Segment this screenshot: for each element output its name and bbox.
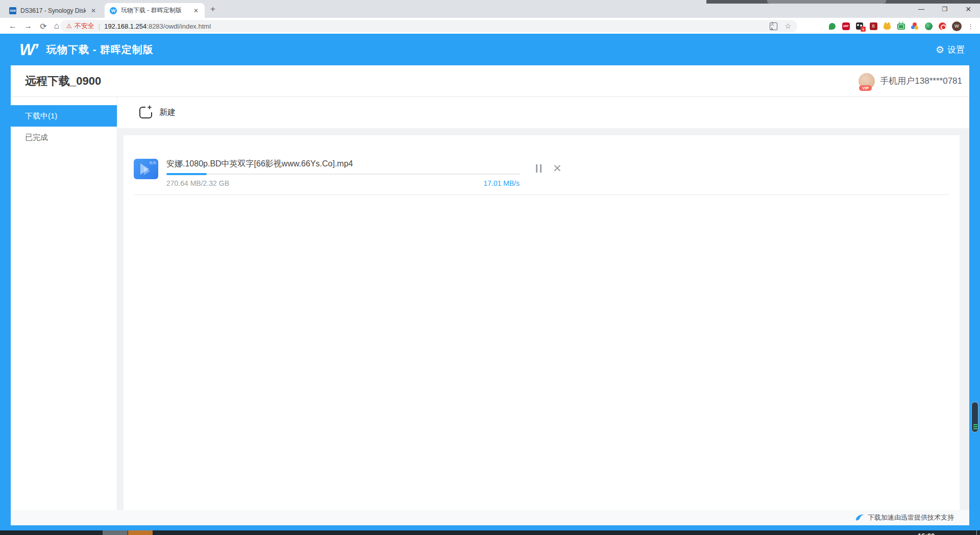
address-separator: | [99,22,100,30]
new-task-button[interactable]: 新建 [159,107,176,118]
sidebar: 下载中(1) 已完成 [11,97,117,510]
menu-kebab-icon[interactable]: ⋮ [967,25,974,28]
colored-dots-extension-icon[interactable] [911,22,919,30]
tampermonkey-extension-icon[interactable]: 4 [855,22,864,30]
tab-title: DS3617 - Synology DiskStation [20,7,86,14]
user-account[interactable]: VIP 手机用户138****0781 [859,73,962,89]
download-details: 安娜.1080p.BD中英双字[66影视www.66Ys.Co].mp4 270… [166,159,520,187]
download-list-background: 视频 安娜.1080p.BD中英双字[66影视www.66Ys.Co].mp4 [117,128,969,510]
app-title: 玩物下载 - 群晖定制版 [46,43,154,57]
forward-button[interactable]: → [21,19,35,33]
red-square-extension-icon[interactable]: 8 [869,22,877,30]
extension-badge: 4 [861,27,866,32]
adblock-plus-extension-icon[interactable]: ABP [842,22,850,30]
reload-button[interactable]: ⟳ [37,19,50,33]
tab-close-icon[interactable]: ✕ [90,7,97,14]
main-area: + 新建 视频 安娜.1080p.BD中英双字[66影视www.66Ys.Co]… [117,97,969,510]
video-tag-label: 视频 [149,160,156,165]
wanwu-favicon-icon: W [110,7,117,14]
user-avatar: VIP [859,73,875,89]
progress-bar [166,173,520,175]
new-task-row: + 新建 [117,97,969,128]
taskbar-app-button[interactable] [128,530,153,535]
tab-close-icon[interactable]: ✕ [192,7,200,14]
browser-tab-strip: DSM DS3617 - Synology DiskStation ✕ W 玩物… [0,0,980,18]
url-host[interactable]: 192.168.1.254 [104,22,146,30]
gear-icon: ⚙ [936,44,944,56]
cat-extension-icon[interactable] [883,22,891,30]
background-window-pill [767,0,886,4]
extensions-row: ABP 4 8 W ⋮ [828,19,974,33]
file-size: 270.64 MB/2.32 GB [166,179,229,187]
browser-toolbar: ← → ⟳ ⌂ ⚠ 不安全 | 192.168.1.254 :8283/owdl… [0,18,980,34]
settings-button[interactable]: ⚙ 设置 [936,44,965,56]
minimize-button[interactable]: — [910,6,933,13]
settings-label: 设置 [947,44,965,56]
video-file-icon: 视频 [134,159,158,179]
sidebar-item-completed[interactable]: 已完成 [11,127,117,148]
bookmark-star-icon[interactable]: ☆ [785,22,791,30]
restore-button[interactable]: ❐ [933,6,957,13]
download-list-card: 视频 安娜.1080p.BD中英双字[66影视www.66Ys.Co].mp4 [124,135,960,510]
download-actions: ✕ [536,163,562,187]
windows-taskbar: 16:00 [0,530,980,535]
tab-title: 玩物下载 - 群晖定制版 [121,6,188,15]
file-name: 安娜.1080p.BD中英双字[66影视www.66Ys.Co].mp4 [166,159,520,169]
download-speed: 17.01 MB/s [483,179,520,187]
security-warning-icon: ⚠ [66,22,72,30]
taskbar-clock: 16:00 [918,532,935,535]
sidebar-item-downloading[interactable]: 下载中(1) [11,105,117,127]
taskbar-separator [976,530,977,535]
translate-icon[interactable]: 文A [770,22,777,30]
cancel-button[interactable]: ✕ [553,163,562,174]
tab-synology[interactable]: DSM DS3617 - Synology DiskStation ✕ [4,3,102,18]
page-footer: 下载加速由迅雷提供技术支持 [11,510,969,525]
download-item[interactable]: 视频 安娜.1080p.BD中英双字[66影视www.66Ys.Co].mp4 [134,151,949,195]
security-label[interactable]: 不安全 [75,21,94,31]
tab-wanwu-download[interactable]: W 玩物下载 - 群晖定制版 ✕ [105,3,205,18]
page-body: 下载中(1) 已完成 + 新建 视频 [11,97,969,510]
tv-extension-icon[interactable] [897,22,905,30]
back-button[interactable]: ← [6,19,19,33]
page-header: 远程下载_0900 VIP 手机用户138****0781 [11,65,969,97]
xunlei-bird-icon [855,514,864,522]
page-container: 远程下载_0900 VIP 手机用户138****0781 下载中(1) 已完成… [11,65,969,525]
screen: DSM DS3617 - Synology DiskStation ✕ W 玩物… [0,0,980,535]
progress-track [166,174,520,175]
new-task-icon: + [139,107,152,118]
new-tab-button[interactable]: + [210,4,215,14]
pause-button[interactable] [536,163,542,173]
taskbar-app-button[interactable] [103,530,128,535]
user-name: 手机用户138****0781 [880,75,962,87]
address-bar[interactable]: ⚠ 不安全 | 192.168.1.254 :8283/owdl/index.h… [60,20,797,32]
vip-badge: VIP [859,85,872,91]
profile-avatar[interactable]: W [952,21,962,31]
progress-fill [166,173,207,175]
globe-extension-icon[interactable] [924,22,933,30]
app-header: W’ 玩物下载 - 群晖定制版 ⚙ 设置 [0,34,980,65]
window-controls: — ❐ ✕ [910,0,980,18]
url-path[interactable]: :8283/owdl/index.html [146,22,211,30]
page-title: 远程下载_0900 [25,74,101,89]
wanwu-logo-icon: W’ [19,42,37,57]
red-ring-extension-icon[interactable] [938,22,946,30]
close-button[interactable]: ✕ [957,5,980,13]
green-balloon-extension-icon[interactable] [828,22,836,30]
dsm-favicon-icon: DSM [9,7,16,14]
footer-text: 下载加速由迅雷提供技术支持 [868,513,954,522]
floating-scroll-widget[interactable] [971,402,978,432]
